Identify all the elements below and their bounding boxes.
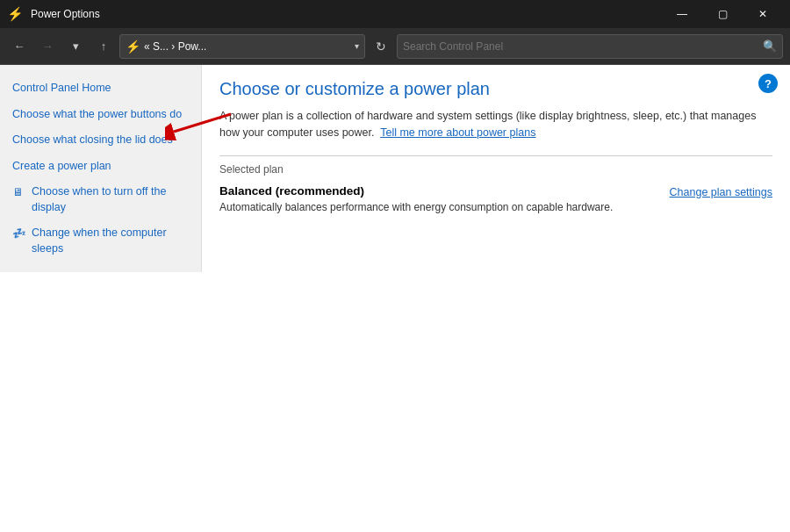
refresh-button[interactable]: ↻ [369, 34, 393, 59]
sidebar-item-computer-sleeps[interactable]: 💤 Change when the computer sleeps [0, 220, 201, 262]
sidebar-item-create-power-plan[interactable]: Create a power plan [0, 154, 201, 180]
close-button[interactable]: ✕ [743, 0, 783, 28]
maximize-button[interactable]: ▢ [702, 0, 743, 28]
sidebar-item-label: Choose what the power buttons do [12, 107, 182, 123]
help-button[interactable]: ? [758, 74, 778, 93]
red-arrow-annotation [165, 107, 235, 145]
minimize-button[interactable]: — [662, 0, 702, 28]
address-box[interactable]: ⚡ « S... › Pow... ▾ [119, 34, 365, 59]
plan-description: Automatically balances performance with … [219, 201, 613, 213]
sleep-icon: 💤 [12, 226, 26, 241]
content-description: A power plan is a collection of hardware… [219, 108, 764, 141]
dropdown-button[interactable]: ▾ [63, 34, 88, 59]
address-text: « S... › Pow... [144, 40, 351, 53]
sidebar-item-control-panel-home[interactable]: Control Panel Home [0, 75, 201, 102]
titlebar: ⚡ Power Options — ▢ ✕ [0, 0, 790, 28]
plan-name: Balanced (recommended) [219, 184, 613, 198]
sidebar-item-turn-off-display[interactable]: 🖥 Choose when to turn off the display [0, 179, 201, 220]
window-body: Control Panel Home Choose what the power… [0, 65, 790, 532]
address-dropdown-icon[interactable]: ▾ [355, 41, 359, 51]
change-plan-link[interactable]: Change plan settings [670, 186, 772, 198]
sidebar-item-label: Change when the computer sleeps [32, 226, 189, 256]
selected-plan-label: Selected plan [219, 163, 772, 176]
svg-line-1 [174, 114, 231, 132]
sidebar-item-label: Choose when to turn off the display [32, 184, 189, 215]
address-icon: ⚡ [126, 40, 140, 54]
sidebar-item-label: Create a power plan [12, 159, 111, 175]
up-button[interactable]: ↑ [91, 34, 116, 59]
addressbar: ← → ▾ ↑ ⚡ « S... › Pow... ▾ ↻ 🔍 [0, 28, 790, 65]
search-icon: 🔍 [763, 40, 777, 53]
back-button[interactable]: ← [7, 34, 32, 59]
plan-info: Balanced (recommended) Automatically bal… [219, 184, 613, 213]
titlebar-controls: — ▢ ✕ [662, 0, 783, 28]
app-icon: ⚡ [7, 6, 24, 22]
plan-row: Balanced (recommended) Automatically bal… [219, 184, 772, 213]
titlebar-title: Power Options [31, 8, 100, 20]
learn-more-link[interactable]: Tell me more about power plans [380, 126, 535, 139]
selected-plan-section: Selected plan Balanced (recommended) Aut… [219, 155, 772, 213]
search-input[interactable] [403, 40, 763, 53]
display-icon: 🖥 [12, 185, 26, 199]
search-box[interactable]: 🔍 [397, 34, 783, 59]
sidebar-item-label: Control Panel Home [12, 81, 111, 97]
content-title: Choose or customize a power plan [219, 79, 772, 99]
sidebar: Control Panel Home Choose what the power… [0, 65, 202, 272]
forward-button[interactable]: → [35, 34, 60, 59]
sidebar-item-label: Choose what closing the lid does [12, 133, 173, 148]
content-area: ? Choose or customize a power plan A pow… [202, 65, 790, 532]
titlebar-left: ⚡ Power Options [7, 6, 100, 22]
sidebar-wrapper: Control Panel Home Choose what the power… [0, 65, 202, 532]
